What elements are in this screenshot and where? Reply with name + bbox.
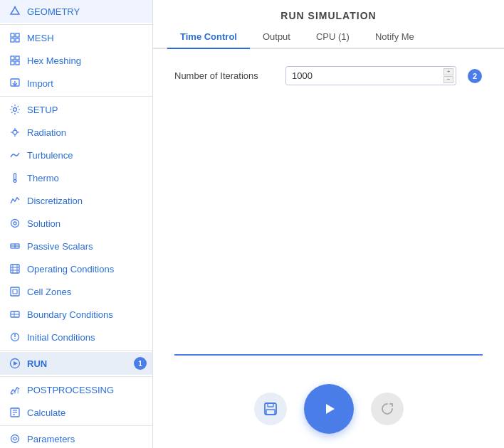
sidebar-item-mesh[interactable]: MESH [0, 26, 152, 49]
sidebar-item-setup[interactable]: SETUP [0, 98, 152, 121]
svg-point-46 [11, 435, 19, 443]
sidebar-item-geometry[interactable]: GEOMETRY [0, 0, 152, 23]
sidebar-item-import[interactable]: Import [0, 72, 152, 95]
spinner-up-button[interactable]: + [443, 68, 453, 75]
sidebar-item-operating-conditions-label: Operating Conditions [27, 264, 114, 274]
svg-marker-54 [326, 404, 335, 414]
iterations-input[interactable] [285, 66, 456, 85]
tab-cpu[interactable]: CPU (1) [303, 26, 362, 49]
sidebar-item-run[interactable]: RUN 1 [0, 352, 152, 375]
play-button[interactable] [304, 384, 354, 434]
spinner-down-button[interactable]: − [443, 76, 453, 83]
sidebar-item-discretization-label: Discretization [27, 196, 83, 206]
sidebar-item-solution[interactable]: Solution [0, 212, 152, 235]
sidebar-item-calculate[interactable]: Calculate [0, 401, 152, 424]
svg-rect-41 [17, 389, 19, 394]
sidebar-item-hex-meshing-label: Hex Meshing [27, 55, 81, 66]
sidebar-item-thermo-label: Thermo [27, 173, 59, 183]
sidebar-item-calculate-label: Calculate [27, 407, 65, 418]
svg-point-16 [11, 220, 19, 228]
main-panel: RUN SIMULATION Time Control Output CPU (… [153, 0, 504, 448]
svg-rect-8 [11, 61, 14, 65]
sidebar-item-boundary-conditions[interactable]: Boundary Conditions [0, 303, 152, 326]
svg-rect-53 [266, 410, 275, 415]
svg-point-12 [14, 108, 17, 112]
sidebar-item-radiation-label: Radiation [27, 127, 66, 138]
radiation-icon [9, 126, 21, 139]
svg-rect-9 [16, 61, 19, 65]
save-button[interactable] [254, 393, 287, 425]
svg-rect-29 [11, 287, 19, 296]
sidebar-item-solution-label: Solution [27, 218, 61, 229]
sidebar-item-initial-conditions[interactable]: Initial Conditions [0, 326, 152, 348]
svg-rect-39 [11, 393, 13, 395]
run-icon [9, 357, 21, 370]
separator [174, 354, 483, 356]
setup-icon [9, 103, 21, 116]
sidebar-item-parameters-label: Parameters [27, 434, 75, 444]
iterations-row: Number of Iterations + − 2 [174, 66, 483, 85]
sidebar-item-passive-scalars-label: Passive Scalars [27, 241, 93, 252]
sidebar-item-hex-meshing[interactable]: Hex Meshing [0, 49, 152, 72]
svg-rect-30 [13, 289, 17, 294]
svg-point-15 [14, 180, 16, 183]
iterations-input-wrap: + − [285, 66, 456, 85]
sidebar-item-postprocessing[interactable]: POSTPROCESSING [0, 378, 152, 401]
calculate-icon [9, 406, 21, 419]
sidebar-item-discretization[interactable]: Discretization [0, 189, 152, 212]
import-icon [9, 77, 21, 90]
postprocessing-icon [9, 383, 21, 396]
sidebar-item-geometry-label: GEOMETRY [27, 6, 80, 17]
svg-rect-24 [11, 265, 19, 273]
svg-rect-40 [14, 391, 16, 394]
run-badge: 1 [134, 357, 147, 370]
cell-zones-icon [9, 285, 21, 298]
sidebar-item-passive-scalars[interactable]: Passive Scalars [0, 235, 152, 257]
svg-point-13 [13, 130, 17, 134]
svg-rect-6 [11, 56, 14, 60]
sidebar-item-cell-zones-label: Cell Zones [27, 287, 71, 297]
sidebar-item-turbulence[interactable]: Turbulence [0, 144, 152, 166]
reset-button[interactable] [371, 393, 404, 425]
svg-rect-5 [16, 38, 19, 42]
turbulence-icon [9, 149, 21, 161]
svg-point-17 [14, 222, 16, 225]
solution-icon [9, 217, 21, 230]
sidebar-item-operating-conditions[interactable]: Operating Conditions [0, 257, 152, 280]
tab-output[interactable]: Output [250, 26, 303, 49]
sidebar: GEOMETRY MESH Hex Meshing [0, 0, 153, 448]
svg-rect-2 [11, 33, 14, 37]
svg-rect-14 [14, 174, 16, 180]
parameters-icon [9, 432, 21, 445]
tooltip-badge-2: 2 [468, 69, 482, 83]
svg-marker-38 [14, 361, 18, 366]
svg-rect-4 [11, 38, 14, 42]
sidebar-item-setup-label: SETUP [27, 105, 58, 115]
svg-marker-0 [11, 7, 19, 14]
boundary-conditions-icon [9, 308, 21, 321]
iterations-label: Number of Iterations [174, 70, 274, 81]
sidebar-item-mesh-label: MESH [27, 33, 54, 43]
sidebar-item-thermo[interactable]: Thermo [0, 166, 152, 189]
svg-rect-3 [16, 33, 19, 37]
spinner-buttons: + − [443, 68, 453, 83]
tab-notify-me[interactable]: Notify Me [362, 26, 427, 49]
tab-time-control[interactable]: Time Control [167, 26, 250, 49]
sidebar-item-cell-zones[interactable]: Cell Zones [0, 280, 152, 303]
initial-conditions-icon [9, 331, 21, 343]
tab-bar: Time Control Output CPU (1) Notify Me [153, 26, 504, 49]
svg-point-36 [14, 338, 16, 339]
thermo-icon [9, 171, 21, 184]
operating-conditions-icon [9, 262, 21, 275]
geometry-icon [9, 5, 21, 18]
page-title: RUN SIMULATION [153, 0, 504, 26]
sidebar-item-import-label: Import [27, 78, 53, 89]
content-area: Number of Iterations + − 2 [153, 49, 504, 448]
sidebar-item-radiation[interactable]: Radiation [0, 121, 152, 144]
sidebar-item-parameters[interactable]: Parameters [0, 427, 152, 448]
sidebar-item-postprocessing-label: POSTPROCESSING [27, 385, 114, 395]
action-buttons-row [174, 377, 483, 441]
passive-scalars-icon [9, 240, 21, 252]
discretization-icon [9, 194, 21, 207]
sidebar-item-boundary-conditions-label: Boundary Conditions [27, 309, 113, 320]
